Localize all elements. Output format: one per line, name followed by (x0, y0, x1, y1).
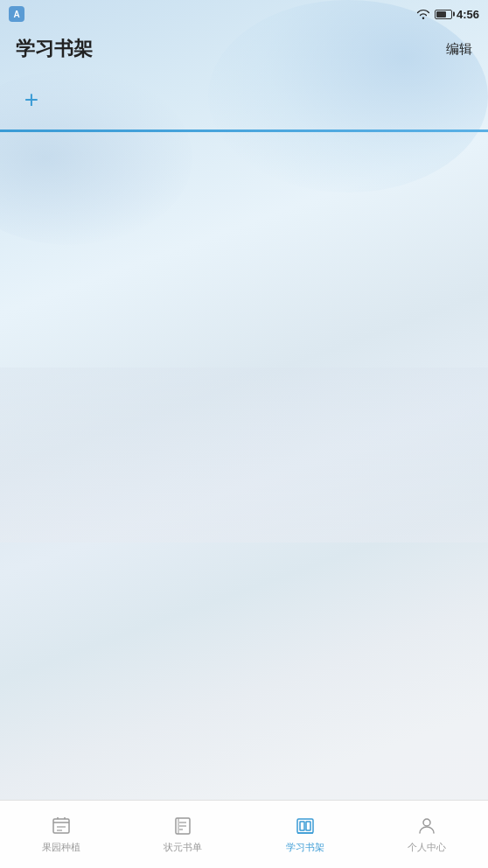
add-shelf-button[interactable]: + (16, 84, 47, 116)
add-button-row: + (0, 74, 488, 130)
app-icon: A (9, 6, 24, 22)
battery-fill (436, 11, 446, 18)
edit-button[interactable]: 编辑 (446, 41, 472, 58)
nav-label-zhuangyuan: 状元书单 (164, 841, 202, 854)
nav-item-bookshelf[interactable]: 学习书架 (244, 808, 366, 861)
nav-item-orchard[interactable]: 果园种植 (0, 808, 122, 861)
zhuangyuan-icon (171, 815, 194, 837)
nav-item-profile[interactable]: 个人中心 (366, 808, 489, 861)
page-title: 学习书架 (16, 36, 93, 62)
header: 学习书架 编辑 (0, 24, 488, 74)
svg-rect-12 (306, 822, 310, 830)
orchard-icon (50, 815, 73, 837)
plus-icon: + (24, 88, 38, 112)
profile-icon (415, 815, 438, 837)
nav-item-zhuangyuan[interactable]: 状元书单 (122, 808, 245, 861)
nav-label-bookshelf: 学习书架 (286, 841, 324, 854)
nav-label-orchard: 果园种植 (42, 841, 80, 854)
status-time: 4:56 (457, 8, 479, 21)
battery-icon (435, 10, 452, 19)
bookshelf-icon (294, 815, 317, 837)
nav-label-profile: 个人中心 (408, 841, 446, 854)
status-left: A (9, 6, 24, 22)
wifi-icon (416, 9, 430, 19)
section-divider (0, 130, 488, 132)
main-content: + (0, 74, 488, 132)
svg-point-14 (423, 819, 430, 826)
status-right: 4:56 (416, 8, 479, 21)
cloud-decoration-3 (0, 368, 488, 542)
status-bar: A 4:56 (0, 0, 488, 24)
svg-rect-11 (300, 822, 304, 830)
bottom-navigation: 果园种植 状元书单 学习书架 (0, 800, 488, 868)
